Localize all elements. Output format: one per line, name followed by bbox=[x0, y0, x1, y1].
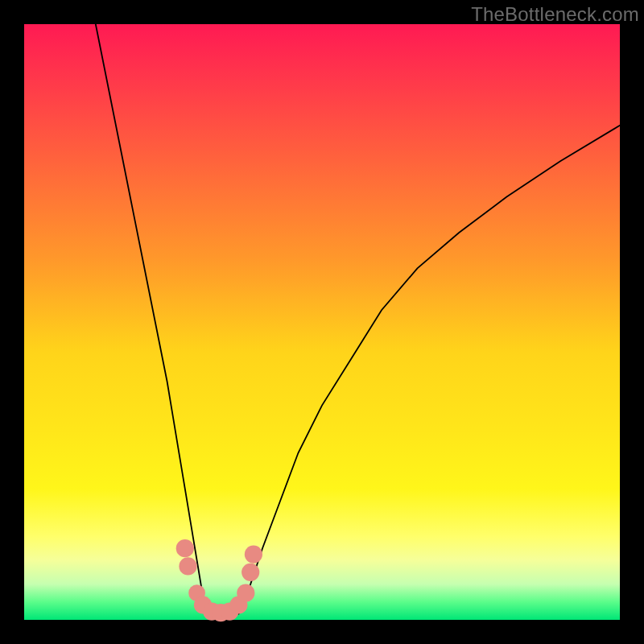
right-curve-line bbox=[238, 126, 620, 614]
data-marker bbox=[237, 584, 254, 602]
watermark-text: TheBottleneck.com bbox=[471, 3, 639, 26]
outer-frame: TheBottleneck.com bbox=[0, 0, 644, 644]
data-markers-group bbox=[176, 539, 262, 621]
left-curve-line bbox=[96, 24, 209, 614]
data-marker bbox=[179, 557, 196, 575]
data-marker bbox=[245, 546, 262, 564]
chart-svg bbox=[24, 24, 620, 620]
data-marker bbox=[176, 539, 194, 557]
data-marker bbox=[242, 564, 259, 581]
